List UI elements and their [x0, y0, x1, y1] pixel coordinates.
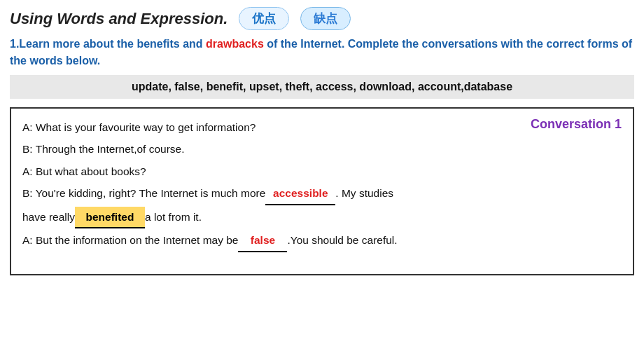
header-row: Using Words and Expression. 优点 缺点 — [10, 7, 634, 30]
instruction-drawbacks: drawbacks — [206, 38, 264, 50]
dialogue-lines: A: What is your favourite way to get inf… — [22, 117, 622, 252]
line3-text: But what about books? — [36, 165, 146, 177]
conversation-box: Conversation 1 A: What is your favourite… — [10, 107, 634, 275]
conversation-label: Conversation 1 — [531, 117, 622, 132]
line5-before: have really — [22, 211, 75, 223]
word-bank: update, false, benefit, upset, theft, ac… — [10, 75, 634, 99]
fill-benefited: benefited — [75, 207, 145, 228]
fill-accessible: accessible — [265, 183, 335, 205]
instruction-text: 1.Learn more about the benefits and draw… — [10, 36, 634, 69]
line2-text: Through the Internet,of course. — [36, 143, 185, 155]
speaker-a1: A: — [22, 121, 36, 133]
line6-after: .You should be careful. — [287, 234, 397, 246]
line5-after: a lot from it. — [145, 211, 202, 223]
dialogue-line-2: B: Through the Internet,of course. — [22, 139, 622, 159]
dialogue-line-3: A: But what about books? — [22, 161, 622, 182]
speaker-a3: A: — [22, 234, 36, 246]
line1-text: What is your favourite way to get inform… — [36, 121, 255, 133]
page-title: Using Words and Expression. — [10, 10, 227, 28]
dialogue-line-4: B: You're kidding, right? The Internet i… — [22, 183, 622, 205]
line6-before: But the information on the Internet may … — [36, 234, 239, 246]
line4-before: You're kidding, right? The Internet is m… — [36, 187, 266, 199]
speaker-b2: B: — [22, 187, 36, 199]
dialogue-line-5: have reallybenefiteda lot from it. — [22, 207, 622, 228]
line4-after: . My studies — [335, 187, 393, 199]
instruction-middle: and — [180, 38, 206, 50]
speaker-b1: B: — [22, 143, 36, 155]
badge-quedian: 缺点 — [300, 7, 351, 30]
speaker-a2: A: — [22, 165, 36, 177]
dialogue-line-6: A: But the information on the Internet m… — [22, 230, 622, 252]
instruction-benefits: benefits — [136, 38, 179, 50]
badge-youdiian: 优点 — [239, 7, 289, 30]
fill-false: false — [238, 230, 287, 252]
instruction-part1: 1.Learn more about the — [10, 38, 136, 50]
